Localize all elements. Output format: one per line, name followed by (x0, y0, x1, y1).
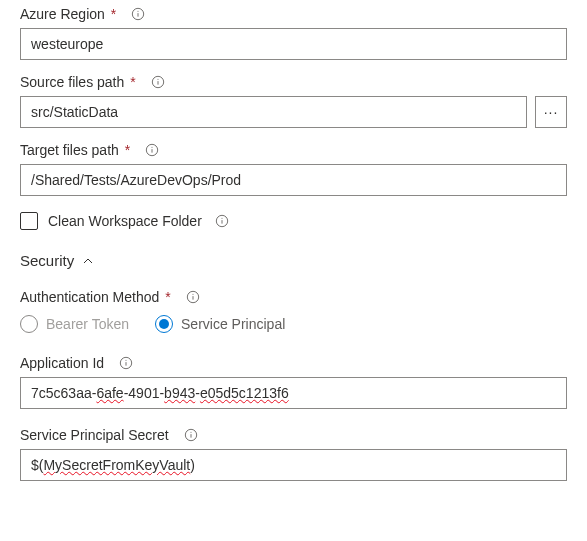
info-icon[interactable] (130, 6, 146, 22)
azure-region-input[interactable] (20, 28, 567, 60)
auth-method-label: Authentication Method (20, 289, 159, 305)
application-id-input[interactable]: 7c5c63aa-6afe-4901-b943-e05d5c1213f6 (20, 377, 567, 409)
info-icon[interactable] (183, 427, 199, 443)
info-icon[interactable] (150, 74, 166, 90)
chevron-up-icon (82, 255, 94, 267)
info-icon[interactable] (118, 355, 134, 371)
auth-sp-label: Service Principal (181, 316, 285, 332)
auth-bearer-radio[interactable]: Bearer Token (20, 315, 129, 333)
security-section-toggle[interactable]: Security (20, 252, 567, 269)
info-icon[interactable] (214, 213, 230, 229)
clean-workspace-label: Clean Workspace Folder (48, 213, 202, 229)
radio-icon (20, 315, 38, 333)
security-title: Security (20, 252, 74, 269)
svg-point-11 (221, 218, 222, 219)
azure-region-label: Azure Region (20, 6, 105, 22)
required-asterisk: * (111, 6, 116, 22)
required-asterisk: * (130, 74, 135, 90)
application-id-label: Application Id (20, 355, 104, 371)
svg-point-5 (157, 79, 158, 80)
auth-sp-radio[interactable]: Service Principal (155, 315, 285, 333)
target-path-label: Target files path (20, 142, 119, 158)
svg-point-17 (126, 360, 127, 361)
target-path-input[interactable] (20, 164, 567, 196)
browse-button[interactable]: ··· (535, 96, 567, 128)
source-path-input[interactable] (20, 96, 527, 128)
svg-point-8 (152, 147, 153, 148)
clean-workspace-checkbox[interactable] (20, 212, 38, 230)
required-asterisk: * (165, 289, 170, 305)
svg-point-14 (192, 294, 193, 295)
info-icon[interactable] (144, 142, 160, 158)
source-path-label: Source files path (20, 74, 124, 90)
info-icon[interactable] (185, 289, 201, 305)
svg-point-20 (190, 432, 191, 433)
required-asterisk: * (125, 142, 130, 158)
svg-point-2 (138, 11, 139, 12)
auth-bearer-label: Bearer Token (46, 316, 129, 332)
sp-secret-label: Service Principal Secret (20, 427, 169, 443)
sp-secret-input[interactable]: $(MySecretFromKeyVault) (20, 449, 567, 481)
radio-icon (155, 315, 173, 333)
